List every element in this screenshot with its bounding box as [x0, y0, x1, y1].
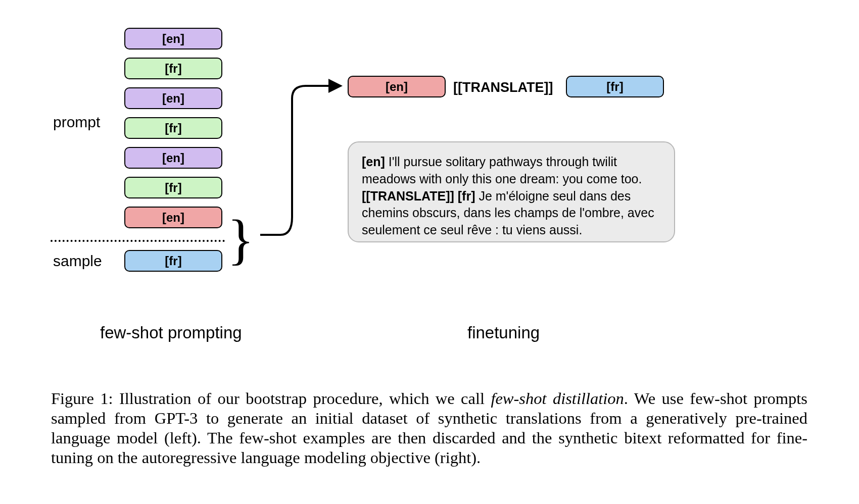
section-label-right: finetuning: [467, 323, 540, 342]
en-text: I'll pursue solitary pathways through tw…: [362, 155, 642, 186]
figure-page: prompt sample [en] [fr] [en] [fr] [en] […: [0, 0, 859, 504]
figure-caption: Figure 1: Illustration of our bootstrap …: [51, 389, 807, 468]
right-token-fr: [fr]: [566, 76, 664, 97]
section-label-left: few-shot prompting: [100, 323, 242, 342]
caption-prefix: Figure 1: Illustration of our bootstrap …: [51, 389, 491, 408]
translate-tag: [[TRANSLATE]]: [362, 189, 458, 203]
fr-tag: [fr]: [458, 189, 475, 203]
en-tag: [en]: [362, 155, 385, 169]
translation-text: [en] I'll pursue solitary pathways throu…: [362, 155, 654, 237]
right-token-en: [en]: [348, 76, 446, 97]
caption-italic: few-shot distillation: [491, 389, 624, 408]
translation-box: [en] I'll pursue solitary pathways throu…: [348, 141, 675, 242]
translate-label: [[TRANSLATE]]: [453, 80, 553, 95]
